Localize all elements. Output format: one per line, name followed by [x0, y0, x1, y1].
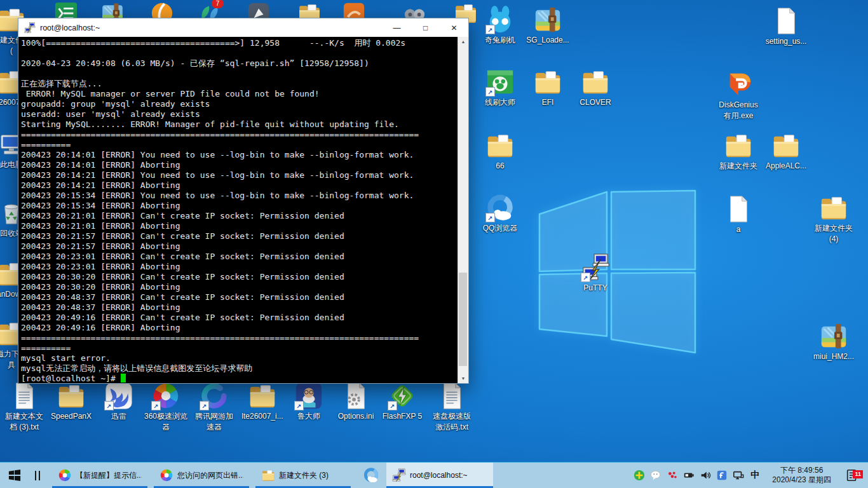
- task-360-page-error-icon: [159, 468, 173, 482]
- desktop-icon-supan-key-txt[interactable]: 速盘极速版激活码.txt: [429, 381, 475, 432]
- wechat-tray-icon[interactable]: [650, 470, 661, 481]
- terminal-line: 200423 20:49:16 [ERROR] Can't create IP …: [21, 313, 456, 323]
- icon-label-line2: 具: [8, 360, 15, 370]
- close-button[interactable]: ✕: [440, 18, 468, 37]
- desktop-icon-new-folder[interactable]: 新建文件夹: [715, 131, 761, 171]
- terminal-line: 200423 20:21:01 [ERROR] Aborting: [21, 221, 456, 231]
- icon-label: 迅雷: [111, 412, 126, 421]
- taskbar-pinned-bars-icon[interactable]: [29, 463, 46, 488]
- scroll-up-icon[interactable]: ▲: [458, 37, 468, 46]
- start-button[interactable]: [0, 463, 29, 488]
- desktop-icon-new-text-doc-3[interactable]: 新建文本文档 (3).txt: [1, 381, 47, 432]
- icon-label: SpeedPanX: [51, 412, 92, 421]
- desktop-icon-qq-browser[interactable]: ↗QQ浏览器: [477, 193, 523, 233]
- action-center-button[interactable]: 11: [843, 468, 862, 482]
- desktop-icon-qitu-flash[interactable]: ↗奇兔刷机: [477, 5, 523, 45]
- lte26007-folder-icon: [248, 381, 277, 410]
- icon-label: 新建文本文: [5, 412, 43, 421]
- minimize-button[interactable]: —: [383, 18, 411, 37]
- task-360-new-reminder-icon: [58, 468, 72, 482]
- browser-360-icon: ↗: [151, 381, 180, 410]
- desktop-icon-options-ini[interactable]: Options.ini: [333, 381, 379, 421]
- desktop-icon-ludashi[interactable]: ↗鲁大师: [286, 381, 332, 421]
- battery-tray-icon[interactable]: [683, 470, 695, 481]
- desktop-icon-miui-hm2-zip[interactable]: miui_HM2...: [811, 322, 857, 362]
- supan-key-txt-icon: [437, 381, 466, 410]
- desktop-icon-clover-folder[interactable]: CLOVER: [573, 67, 618, 107]
- desktop-icon-sg-loader-zip[interactable]: SG_Loade...: [525, 5, 571, 45]
- taskbar: 【新提醒】提示信...您访问的网页出错...新建文件夹 (3)root@loca…: [0, 462, 868, 488]
- icon-label: Options.ini: [338, 412, 374, 421]
- task-explorer-new-folder-3[interactable]: 新建文件夹 (3): [255, 463, 351, 488]
- qitu-flash-icon: ↗: [485, 5, 515, 34]
- task-360-page-error[interactable]: 您访问的网页出错...: [154, 463, 249, 488]
- icon-label: 奇兔刷机: [485, 36, 515, 45]
- sg-loader-zip-icon: [533, 5, 562, 34]
- icon-label: QQ浏览器: [483, 224, 518, 233]
- scrollbar-thumb[interactable]: [459, 273, 467, 366]
- terminal-titlebar[interactable]: root@localhost:~ — □ ✕: [18, 18, 468, 37]
- desktop-icon-appleallc-folder[interactable]: AppleALC...: [763, 131, 809, 171]
- terminal-line: [21, 48, 456, 58]
- desktop-icon-browser-360[interactable]: ↗360极速浏览器: [143, 381, 189, 432]
- shortcut-arrow-icon: ↗: [485, 213, 495, 222]
- terminal-prompt[interactable]: [root@localhost ~]#: [21, 374, 456, 383]
- options-ini-icon: [341, 381, 370, 410]
- desktop-icon-diskgenius-exe[interactable]: DiskGenius有用.exe: [715, 70, 761, 121]
- volume-tray-icon[interactable]: [700, 470, 711, 481]
- desktop-icon-speedpanx-folder[interactable]: SpeedPanX: [48, 381, 94, 421]
- desktop-icon-setting-us-file[interactable]: setting_us...: [763, 6, 809, 46]
- terminal-body[interactable]: 100%[===================================…: [18, 37, 468, 383]
- task-qq-browser-pinned[interactable]: [357, 463, 380, 488]
- terminal-line: 200423 20:21:57 [ERROR] Can't create IP …: [21, 231, 456, 241]
- task-putty-root-localhost[interactable]: root@localhost:~: [386, 463, 493, 488]
- icon-label: DiskGenius: [719, 100, 757, 110]
- terminal-line: Starting MySQL....... ERROR! Manager of …: [21, 119, 456, 130]
- red-dots-tray-icon[interactable]: [667, 470, 678, 481]
- icon-label-line2: 档 (3).txt: [10, 423, 39, 432]
- icon-label: AppleALC...: [766, 161, 806, 171]
- scroll-down-icon[interactable]: ▼: [458, 374, 468, 383]
- task-360-new-reminder[interactable]: 【新提醒】提示信...: [52, 463, 147, 488]
- 360-safety-tray-icon[interactable]: [634, 470, 645, 481]
- taskbar-clock[interactable]: 下午 8:49:56 2020/4/23 星期四: [772, 466, 831, 485]
- desktop-icon-a-file[interactable]: a: [715, 194, 761, 234]
- icon-label: 鲁大师: [297, 412, 320, 421]
- icon-label: miui_HM2...: [813, 352, 854, 362]
- terminal-line: 200423 20:21:57 [ERROR] Aborting: [21, 241, 456, 252]
- desktop-icon-new-folder-4[interactable]: 新建文件夹(4): [811, 193, 857, 244]
- new-folder-4-icon: [819, 193, 848, 222]
- maximize-button[interactable]: □: [411, 18, 440, 37]
- terminal-line: 100%[===================================…: [21, 38, 456, 48]
- shortcut-arrow-icon: ↗: [388, 401, 397, 410]
- desktop-icon-flashfxp-5[interactable]: ↗FlashFXP 5: [379, 381, 425, 421]
- icon-label-line2: 器: [162, 423, 170, 432]
- icon-label: setting_us...: [766, 37, 807, 46]
- terminal-line: 200423 20:15:34 [ERROR] You need to use …: [21, 191, 456, 201]
- desktop-icon-tencent-accelerator[interactable]: ↗腾讯网游加速器: [191, 381, 237, 432]
- terminal-line: 正在选择下载节点...: [21, 79, 456, 89]
- terminal-line: ========================================…: [21, 333, 456, 343]
- blue-app-tray-icon[interactable]: [716, 470, 728, 481]
- terminal-line: ERROR! MySQL manager or server PID file …: [21, 89, 456, 99]
- desktop-icon-efi-folder[interactable]: EFI: [525, 67, 571, 107]
- terminal-line: 200423 20:48:37 [ERROR] Aborting: [21, 302, 456, 313]
- putty-terminal-window[interactable]: root@localhost:~ — □ ✕ 100%[============…: [18, 18, 469, 384]
- putty-icon: ↗: [581, 253, 610, 282]
- desktop-icon-folder-66[interactable]: 66: [477, 131, 523, 171]
- desktop-icon-lte26007-folder[interactable]: lte26007_i...: [240, 381, 285, 421]
- terminal-scrollbar[interactable]: ▲ ▼: [458, 37, 468, 383]
- shortcut-arrow-icon: ↗: [581, 273, 590, 282]
- network-tray-icon[interactable]: [733, 470, 744, 481]
- flashfxp-5-icon: ↗: [388, 381, 417, 410]
- ime-indicator[interactable]: 中: [749, 470, 761, 481]
- icon-label: 线刷大师: [485, 98, 515, 107]
- desktop-icon-xianshua-dashi[interactable]: ↗线刷大师: [477, 67, 523, 107]
- new-text-doc-3-icon: [10, 381, 39, 410]
- putty-window-icon: [24, 22, 36, 34]
- setting-us-file-icon: [771, 6, 801, 36]
- new-folder-icon: [724, 131, 753, 160]
- desktop-icon-xunlei[interactable]: ↗迅雷: [96, 381, 142, 421]
- windows-start-icon: [8, 469, 21, 482]
- desktop-icon-putty[interactable]: ↗PuTTY: [573, 253, 618, 293]
